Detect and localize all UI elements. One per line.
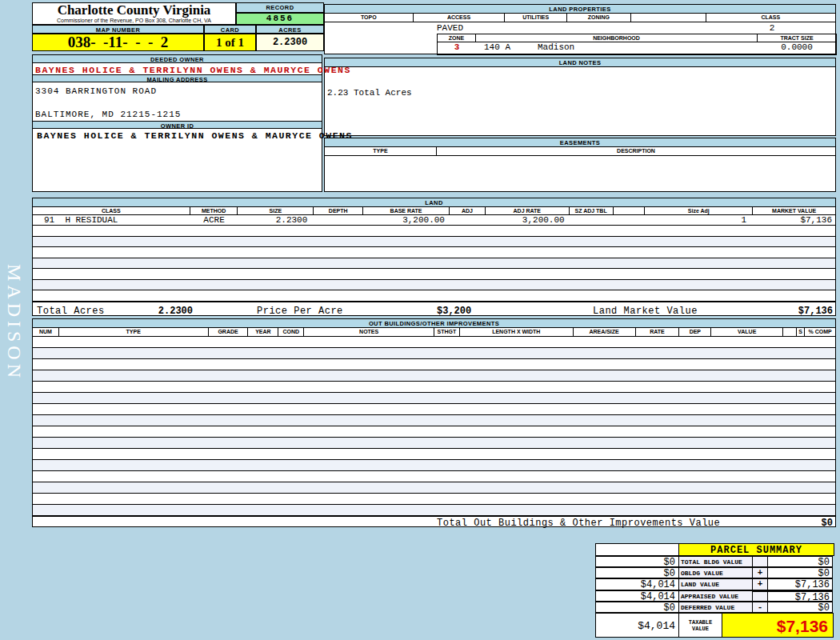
land-class: 91 H RESIDUAL [33, 215, 190, 225]
ob-empty-row [33, 370, 835, 382]
ob-col-area-size: AREA/SIZE [574, 328, 636, 336]
land-col-sz-adj-tbl: SZ ADJ TBL [570, 207, 614, 214]
land-table-title: LAND [33, 198, 835, 207]
ob-empty-row [33, 426, 835, 438]
neighborhood-name: Madison [538, 42, 574, 52]
summary-row-land: $4,014 LAND VALUE + $7,136 [596, 579, 836, 591]
class-value: 2 [707, 23, 837, 33]
summary-row-obldg: $0 OBLDG VALUE + $0 [596, 568, 836, 579]
out-buildings-empty-rows [33, 337, 835, 516]
owner-id-label: OWNER ID [33, 121, 322, 129]
summary-right-value: $7,136 [767, 578, 833, 590]
ob-empty-row [33, 449, 835, 460]
land-properties-panel: LAND PROPERTIES TOPO ACCESS UTILITIES ZO… [324, 4, 836, 54]
neighborhood-label: NEIGHBORHOOD [476, 34, 758, 42]
land-empty-row [33, 280, 835, 291]
summary-left-value: $0 [595, 602, 679, 613]
land-col-base-rate: BASE RATE [363, 207, 450, 214]
col-zoning: ZONING [567, 14, 631, 22]
summary-blank-cell [595, 543, 679, 556]
property-record-card: Charlotte County Virginia Commissioner o… [32, 2, 836, 638]
ob-col-value: VALUE [711, 328, 783, 336]
land-empty-row [33, 226, 835, 237]
zone-label: ZONE [438, 34, 476, 42]
ob-empty-row [33, 471, 835, 482]
summary-right-value: $0 [767, 567, 833, 578]
land-size: 2.2300 [238, 215, 314, 225]
ob-empty-row [33, 404, 835, 415]
map-number-label: MAP NUMBER [32, 25, 204, 34]
summary-operator [752, 590, 768, 602]
summary-left-value: $0 [595, 567, 679, 578]
land-empty-row [33, 290, 835, 302]
land-col-spacer [614, 207, 646, 214]
summary-operator: + [752, 567, 768, 578]
summary-operator [752, 556, 768, 567]
summary-operator: - [752, 602, 768, 613]
land-market-value-total: $7,136 [753, 306, 833, 317]
land-base-rate: 3,200.00 [363, 215, 450, 225]
ob-empty-row [33, 382, 835, 393]
summary-row-taxable: $4,014 TAXABLE VALUE $7,136 [596, 614, 836, 638]
deeded-owner-label: DEEDED OWNER [33, 55, 322, 63]
taxable-label-line1: TAXABLE [679, 619, 722, 626]
col-utilities: UTILITIES [505, 14, 567, 22]
land-note-text: 2.23 Total Acres [325, 67, 835, 98]
ob-col-cond: COND [278, 328, 304, 336]
total-acres-label: Total Acres [37, 306, 105, 317]
ob-col-spacer [783, 328, 797, 336]
land-empty-rows [33, 226, 835, 302]
ob-col-notes: NOTES [304, 328, 434, 336]
price-per-acre-value: $3,200 [437, 306, 471, 317]
land-totals-row: Total Acres 2.2300 Price Per Acre $3,200… [33, 302, 835, 318]
col-access: ACCESS [414, 14, 506, 22]
access-value: PAVED [437, 23, 463, 33]
record-label: RECORD [236, 2, 324, 13]
out-buildings-total-label: Total Out Buildings & Other Improvements… [437, 518, 720, 529]
ob-col-year: YEAR [248, 328, 278, 336]
price-per-acre-label: Price Per Acre [257, 306, 343, 317]
land-empty-row [33, 247, 835, 258]
ob-col-sthgt: STHGT [434, 328, 460, 336]
summary-row-label: DEFERRED VALUE [678, 602, 753, 613]
county-title: Charlotte County Virginia [33, 3, 235, 18]
summary-left-value: $4,014 [595, 578, 679, 590]
summary-operator: + [752, 578, 768, 590]
owner-panel: DEEDED OWNER BAYNES HOLICE & TERRILYNN O… [32, 54, 322, 192]
address-line2: BALTIMORE, MD 21215-1215 [35, 96, 322, 119]
land-empty-row [33, 237, 835, 248]
mailing-address-block: 3304 BARRINGTON ROAD BALTIMORE, MD 21215… [33, 82, 322, 121]
out-buildings-total-row: Total Out Buildings & Other Improvements… [33, 516, 835, 528]
land-size-adj: 1 [645, 215, 753, 225]
land-table: LAND CLASS METHOD SIZE DEPTH BASE RATE A… [32, 198, 836, 316]
land-empty-row [33, 258, 835, 270]
summary-row-label: LAND VALUE [678, 578, 753, 590]
out-buildings-title: OUT BUILDINGS/OTHER IMPROVEMENTS [33, 319, 835, 328]
land-adj-rate: 3,200.00 [486, 215, 570, 225]
zone-value: 3 [438, 42, 476, 52]
land-data-row: 91 H RESIDUAL ACRE 2.2300 3,200.00 3,200… [33, 215, 835, 226]
land-market-value-label: Land Market Value [593, 306, 698, 317]
address-line1: 3304 BARRINGTON ROAD [35, 82, 322, 96]
zone-table: ZONE NEIGHBORHOOD TRACT SIZE 3 140 A Mad… [437, 34, 837, 55]
ob-empty-row [33, 505, 835, 516]
summary-row-total-bldg: $0 TOTAL BLDG VALUE $0 [596, 557, 836, 568]
summary-row-label: TOTAL BLDG VALUE [678, 556, 753, 567]
taxable-value: $7,136 [722, 613, 834, 638]
parcel-summary-title: PARCEL SUMMARY [678, 543, 834, 556]
land-empty-row [33, 269, 835, 280]
col-class: CLASS [706, 14, 835, 22]
tract-size-label: TRACT SIZE [758, 34, 836, 42]
ob-col-type: TYPE [59, 328, 209, 336]
easement-description-label: DESCRIPTION [437, 147, 835, 155]
easement-type-label: TYPE [325, 147, 437, 155]
out-buildings-table: OUT BUILDINGS/OTHER IMPROVEMENTS NUM TYP… [32, 318, 836, 527]
land-col-adj-rate: ADJ RATE [486, 207, 570, 214]
land-col-adj: ADJ [450, 207, 486, 214]
ob-col-grade: GRADE [209, 328, 249, 336]
taxable-label-line2: VALUE [679, 626, 722, 632]
land-properties-title: LAND PROPERTIES [325, 5, 835, 14]
land-col-method: METHOD [190, 207, 238, 214]
owner-id-value: BAYNES HOLICE & TERRILYNN OWENS & MAURYC… [33, 129, 322, 140]
summary-row-appraised: $4,014 APPRAISED VALUE $7,136 [596, 591, 836, 602]
